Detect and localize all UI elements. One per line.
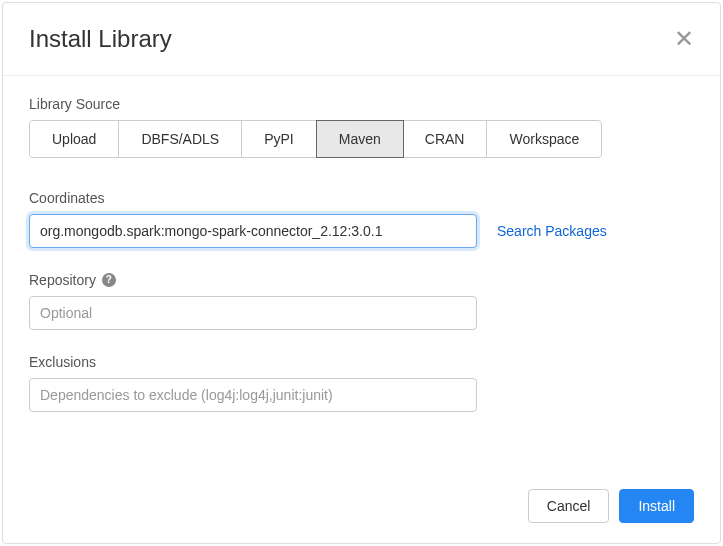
- coordinates-row: Search Packages: [29, 214, 694, 248]
- library-source-label: Library Source: [29, 96, 694, 112]
- repository-label-row: Repository ?: [29, 272, 694, 288]
- search-packages-link[interactable]: Search Packages: [497, 223, 607, 239]
- install-library-modal: Install Library ✕ Library Source Upload …: [2, 2, 721, 544]
- library-source-tabs: Upload DBFS/ADLS PyPI Maven CRAN Workspa…: [29, 120, 602, 158]
- coordinates-input[interactable]: [29, 214, 477, 248]
- tab-workspace[interactable]: Workspace: [487, 121, 601, 157]
- help-icon[interactable]: ?: [102, 273, 116, 287]
- repository-label: Repository: [29, 272, 96, 288]
- modal-title: Install Library: [29, 25, 172, 53]
- tab-maven[interactable]: Maven: [316, 120, 404, 158]
- modal-body: Library Source Upload DBFS/ADLS PyPI Mav…: [3, 76, 720, 473]
- coordinates-group: Coordinates Search Packages: [29, 190, 694, 248]
- repository-input[interactable]: [29, 296, 477, 330]
- exclusions-label: Exclusions: [29, 354, 694, 370]
- tab-upload[interactable]: Upload: [30, 121, 119, 157]
- tab-cran[interactable]: CRAN: [403, 121, 488, 157]
- coordinates-label: Coordinates: [29, 190, 694, 206]
- exclusions-group: Exclusions: [29, 354, 694, 412]
- repository-group: Repository ?: [29, 272, 694, 330]
- install-button[interactable]: Install: [619, 489, 694, 523]
- exclusions-input[interactable]: [29, 378, 477, 412]
- close-icon: ✕: [674, 25, 694, 52]
- close-button[interactable]: ✕: [674, 27, 694, 51]
- tab-pypi[interactable]: PyPI: [242, 121, 317, 157]
- modal-footer: Cancel Install: [3, 473, 720, 543]
- modal-header: Install Library ✕: [3, 3, 720, 76]
- tab-dbfs-adls[interactable]: DBFS/ADLS: [119, 121, 242, 157]
- cancel-button[interactable]: Cancel: [528, 489, 610, 523]
